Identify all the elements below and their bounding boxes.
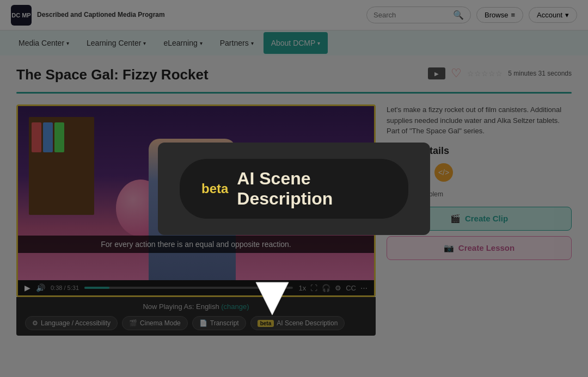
ai-badge-container: beta AI Scene Description [180, 159, 408, 219]
ai-beta-label: beta [201, 181, 228, 196]
overlay-box: beta AI Scene Description [158, 143, 430, 235]
ai-scene-description-label: AI Scene Description [237, 169, 387, 209]
overlay-backdrop[interactable]: beta AI Scene Description [0, 0, 588, 347]
